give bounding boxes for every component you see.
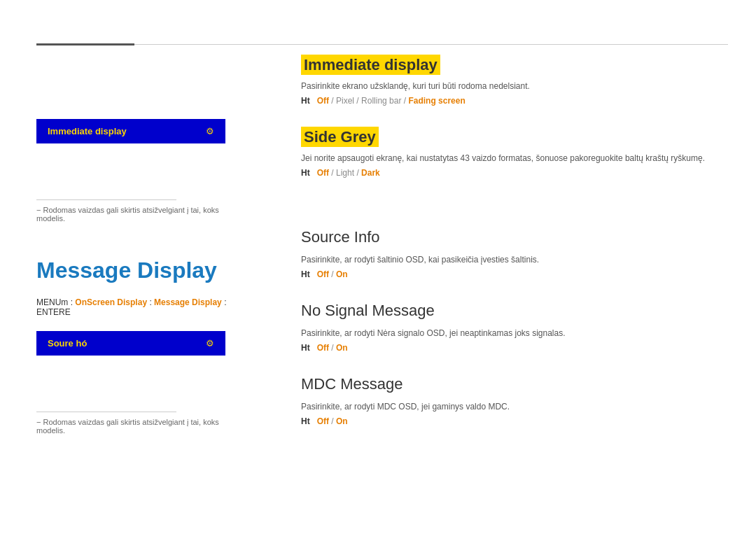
- feature-title-source-info: Source Info: [301, 228, 721, 246]
- feature-options-immediate: Ht Off / Pixel / Rolling bar / Fading sc…: [301, 96, 721, 106]
- feature-immediate-display: Immediate display Pasirinkite ekrano užs…: [301, 56, 721, 106]
- right-panel: Immediate display Pasirinkite ekrano užs…: [273, 0, 756, 534]
- feature-options-mdc: Ht Off / On: [301, 416, 721, 426]
- feature-title-immediate: Immediate display: [301, 55, 440, 75]
- feature-title-side-grey: Side Grey: [301, 127, 379, 147]
- menu-bar2-icon: ⚙: [206, 338, 214, 349]
- menu-path-sep1: :: [147, 297, 154, 307]
- feature-options-no-signal: Ht Off / On: [301, 343, 721, 353]
- left-top-note: − Rodomas vaizdas gali skirtis atsižvelg…: [36, 206, 245, 223]
- feature-desc-no-signal: Pasirinkite, ar rodyti Nėra signalo OSD,…: [301, 327, 721, 339]
- menu-path-prefix: MENUm :: [36, 297, 75, 307]
- feature-desc-immediate: Pasirinkite ekrano užsklandę, kuri turi …: [301, 80, 721, 92]
- section-divider-bottom: [36, 412, 176, 412]
- menu-path-link1[interactable]: OnScreen Display: [75, 297, 147, 307]
- feature-mdc-message: MDC Message Pasirinkite, ar rodyti MDC O…: [301, 375, 721, 426]
- left-bottom-note: − Rodomas vaizdas gali skirtis atsižvelg…: [36, 418, 245, 435]
- feature-options-side-grey: Ht Off / Light / Dark: [301, 168, 721, 178]
- feature-side-grey: Side Grey Jei norite apsaugoti ekranę, k…: [301, 128, 721, 178]
- section-divider-top: [36, 199, 176, 200]
- section-message-display: Message Display MENUm : OnScreen Display…: [36, 258, 245, 435]
- menu-bar-icon: ⚙: [206, 126, 214, 136]
- menu-bar-label: Immediate display: [48, 126, 127, 136]
- feature-source-info: Source Info Pasirinkite, ar rodyti šalti…: [301, 228, 721, 279]
- menu-path: MENUm : OnScreen Display : Message Displ…: [36, 297, 245, 317]
- feature-desc-side-grey: Jei norite apsaugoti ekranę, kai nustaty…: [301, 152, 721, 164]
- message-display-title: Message Display: [36, 258, 245, 283]
- feature-options-source-info: Ht Off / On: [301, 269, 721, 279]
- feature-title-mdc: MDC Message: [301, 375, 721, 393]
- feature-no-signal: No Signal Message Pasirinkite, ar rodyti…: [301, 302, 721, 353]
- left-panel: Immediate display ⚙ − Rodomas vaizdas ga…: [0, 0, 273, 534]
- feature-desc-source-info: Pasirinkite, ar rodyti šaltinio OSD, kai…: [301, 253, 721, 266]
- feature-title-no-signal: No Signal Message: [301, 302, 721, 320]
- section-immediate-display: Immediate display ⚙ − Rodomas vaizdas ga…: [36, 119, 245, 223]
- message-display-menu-bar[interactable]: Soure hó ⚙: [36, 331, 225, 356]
- menu-path-link2[interactable]: Message Display: [154, 297, 222, 307]
- immediate-display-menu-bar[interactable]: Immediate display ⚙: [36, 119, 225, 143]
- menu-bar2-label: Soure hó: [48, 338, 87, 349]
- feature-desc-mdc: Pasirinkite, ar rodyti MDC OSD, jei gami…: [301, 400, 721, 413]
